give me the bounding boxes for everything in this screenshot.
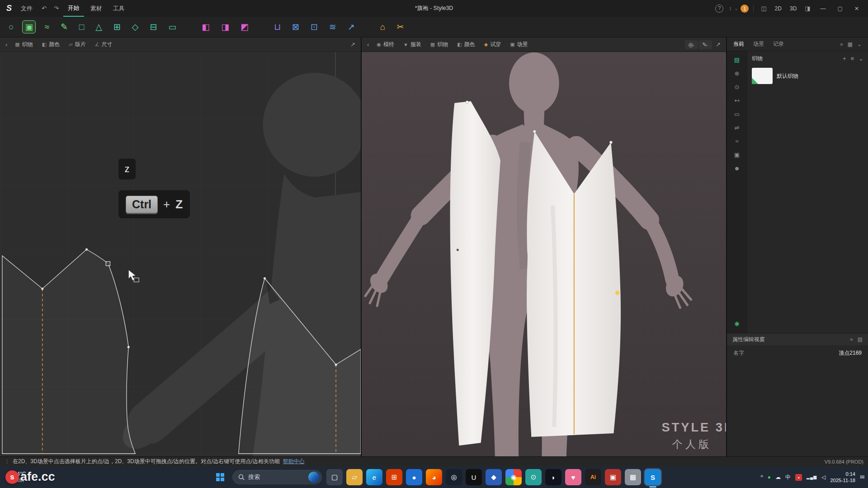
taskbar-app-3dtool[interactable]: ▦	[625, 469, 641, 485]
language-indicator[interactable]: 中	[785, 474, 791, 481]
export-tool[interactable]: ↗	[345, 21, 357, 33]
pin-tool[interactable]: ⊡	[308, 21, 320, 33]
mirror-tool[interactable]: △	[93, 21, 104, 33]
taskbar-app-qq[interactable]: ◗	[545, 469, 561, 485]
tab-3d-model[interactable]: ◉ 模特	[373, 41, 398, 48]
clock[interactable]: 0:14 2025-11-18	[830, 471, 855, 484]
dart-tool[interactable]: ◇	[130, 21, 141, 33]
taskbar-app-adobe[interactable]: ▣	[605, 469, 621, 485]
taskbar-app-firefox[interactable]: ◕	[426, 469, 442, 485]
steam-tool[interactable]: ≋	[327, 21, 339, 33]
layout-grid-icon[interactable]: ▦	[848, 41, 853, 47]
tab-2d-fabric[interactable]: ▦ 织物	[11, 41, 37, 48]
undo-icon[interactable]: ↶	[39, 3, 49, 14]
taskbar-app-steam[interactable]: ◎	[446, 469, 462, 485]
upload-icon[interactable]: ↑	[726, 3, 735, 14]
tab-scene[interactable]: 场景	[753, 40, 764, 48]
property-menu-icon[interactable]: ▤	[858, 336, 863, 343]
network-icon[interactable]: ▂▄▆	[807, 475, 817, 479]
view-3d-button[interactable]: 3D	[787, 4, 799, 14]
tab-3d-fabric[interactable]: ▦ 织物	[426, 41, 452, 48]
collapse-panel-icon[interactable]: »	[840, 41, 843, 47]
tab-3d-color[interactable]: ◧ 颜色	[453, 41, 479, 48]
strip-node-icon[interactable]: ✱	[734, 320, 740, 328]
tray-red-icon[interactable]: ●	[795, 474, 802, 481]
tab-3d-fitting[interactable]: ◈ 试穿	[480, 41, 505, 48]
fabric-list-icon[interactable]: ≡	[851, 55, 854, 62]
taskbar-app-widgets[interactable]: ▢	[326, 469, 343, 485]
fitting-tool[interactable]: ✂	[394, 21, 406, 33]
chevron-down-icon[interactable]: ⌄	[857, 41, 862, 47]
strip-arrow-icon[interactable]: ↤	[735, 97, 740, 104]
start-button[interactable]	[212, 469, 228, 485]
canvas-2d[interactable]: z Ctrl + Z	[0, 52, 361, 456]
strip-box-icon[interactable]: ▣	[734, 151, 740, 158]
strip-wave-icon[interactable]: ≈	[735, 138, 738, 145]
tab-2d-color[interactable]: ◧ 颜色	[38, 41, 64, 48]
expand-2d-icon[interactable]: ↗	[348, 39, 358, 50]
panel-layout-icon[interactable]: ◫	[758, 3, 769, 14]
strip-device-icon[interactable]: ▭	[734, 111, 740, 117]
transform-pattern-tool[interactable]: ▣	[23, 21, 35, 33]
tab-current[interactable]: 当前	[733, 40, 744, 48]
copy-pattern-tool[interactable]: ⊞	[111, 21, 123, 33]
tray-cloud-icon[interactable]: ☁	[775, 474, 781, 480]
pen-tool[interactable]: ✎	[58, 21, 70, 33]
tab-3d-garment[interactable]: ▼ 服装	[399, 41, 425, 48]
strip-aux-icon[interactable]: ⊙	[735, 84, 740, 90]
curve-edit-tool[interactable]: ≈	[42, 21, 51, 33]
taskbar-app-devtool[interactable]: ◆	[486, 469, 502, 485]
help-center-link[interactable]: 帮助中心	[283, 458, 305, 465]
menu-tools[interactable]: 工具	[108, 1, 129, 16]
split-layout-icon[interactable]: ◨	[802, 3, 813, 14]
tab-2d-pattern[interactable]: ▱ 版片	[65, 41, 90, 48]
strip-ruler-icon[interactable]: ⇌	[735, 124, 740, 131]
maximize-button[interactable]: ▢	[833, 4, 847, 14]
sewing-machine-tool[interactable]: ⌂	[378, 21, 387, 33]
search-highlight-thumbnail[interactable]	[308, 472, 319, 483]
search-input[interactable]: 搜索	[232, 470, 322, 484]
collapse-property-icon[interactable]: »	[850, 336, 853, 343]
add-fabric-icon[interactable]: +	[843, 55, 846, 62]
message-count-badge[interactable]: 1	[741, 5, 749, 13]
taskbar-app-chrome[interactable]: ◉	[505, 469, 522, 485]
tab-2d-size[interactable]: ∠ 尺寸	[91, 41, 117, 48]
rectangle-tool[interactable]: □	[77, 21, 86, 33]
tab-3d-scene[interactable]: ▣ 场景	[506, 41, 532, 48]
taskbar-app-utility[interactable]: ⊙	[525, 469, 542, 485]
tab-history[interactable]: 记录	[773, 40, 784, 48]
close-button[interactable]: ✕	[850, 4, 863, 14]
mn-sew-tool[interactable]: ◩	[238, 21, 251, 33]
status-menu-icon[interactable]: ⋮	[5, 459, 9, 465]
help-icon[interactable]: ?	[715, 5, 723, 13]
tray-chevron-icon[interactable]: ^	[760, 474, 763, 480]
upload-caret-icon[interactable]: ⌄	[735, 6, 738, 11]
strip-avatar-icon[interactable]: ☻	[734, 165, 740, 172]
tray-green-icon[interactable]: ●	[768, 474, 771, 480]
select-tool[interactable]: ○	[6, 21, 16, 33]
edit-mode-button[interactable]: ✎ ⌄	[699, 40, 712, 49]
taskbar-app-edge[interactable]: e	[366, 469, 382, 485]
taskbar-app-file-explorer[interactable]: ▱	[346, 469, 363, 485]
taskbar-app-music[interactable]: ♥	[565, 469, 581, 485]
view-2d-button[interactable]: 2D	[772, 4, 784, 14]
menu-start[interactable]: 开始	[63, 0, 84, 17]
taskbar-app-office[interactable]: ⊞	[386, 469, 402, 485]
fold-arrange-tool[interactable]: ⊔	[272, 21, 283, 33]
expand-3d-icon[interactable]: ↗	[713, 39, 723, 50]
volume-icon[interactable]: ◁	[821, 474, 826, 480]
chevron-down-icon[interactable]: ⌄	[859, 55, 863, 62]
menu-material[interactable]: 素材	[86, 1, 107, 16]
minimize-button[interactable]: —	[816, 4, 830, 14]
notification-icon[interactable]: ✉	[860, 474, 864, 480]
collapse-3d-icon[interactable]: ‹	[364, 39, 372, 50]
menu-file[interactable]: 文件	[16, 1, 37, 16]
redo-icon[interactable]: ↷	[51, 3, 61, 14]
taskbar-app-style3d[interactable]: S	[645, 469, 661, 485]
free-sew-tool[interactable]: ◨	[219, 21, 231, 33]
seam-allowance-tool[interactable]: ⊟	[147, 21, 159, 33]
taskbar-app-illustrator[interactable]: Ai	[585, 469, 601, 485]
annotation-tool[interactable]: ▭	[166, 21, 179, 33]
collapse-2d-icon[interactable]: ‹	[3, 39, 10, 50]
taskbar-app-unreal[interactable]: U	[466, 469, 482, 485]
